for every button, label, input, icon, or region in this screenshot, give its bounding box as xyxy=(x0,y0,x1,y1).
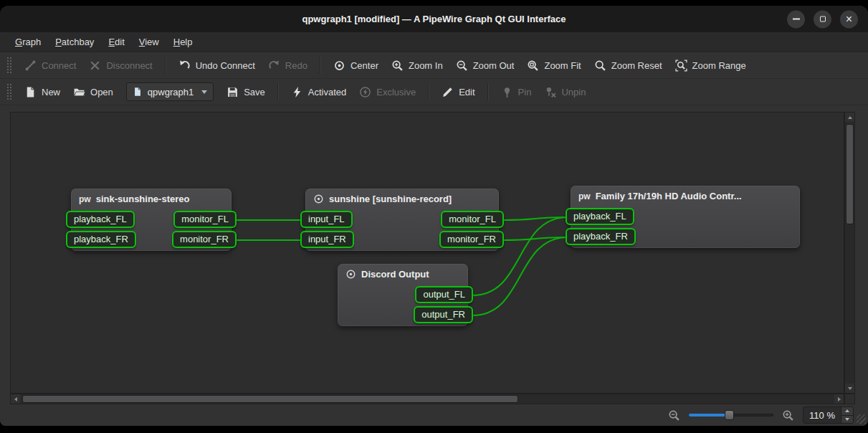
unpin-button[interactable]: Unpin xyxy=(538,82,591,102)
zoom-value[interactable]: 110 % xyxy=(803,407,841,423)
open-button[interactable]: Open xyxy=(67,82,119,102)
port-input-fl[interactable]: input_FL xyxy=(300,211,353,228)
node-sunshine-record[interactable]: sunshine [sunshine-record] input_FL moni… xyxy=(305,189,499,251)
graph-toolbar: Connect Disconnect Undo Connect Redo xyxy=(0,52,868,79)
central-area: pw sink-sunshine-stereo playback_FL moni… xyxy=(0,111,868,426)
zoom-slider-handle[interactable] xyxy=(725,410,734,420)
new-document-icon xyxy=(24,86,37,98)
save-button[interactable]: Save xyxy=(221,82,271,102)
zoom-out-button[interactable]: Zoom Out xyxy=(450,56,520,75)
open-label: Open xyxy=(90,87,113,97)
undo-connect-label: Undo Connect xyxy=(196,60,255,71)
disconnect-button[interactable]: Disconnect xyxy=(83,56,158,75)
node-header: pw sink-sunshine-stereo xyxy=(71,189,232,208)
vertical-scrollbar[interactable] xyxy=(844,112,855,394)
scroll-down-button[interactable] xyxy=(845,384,854,393)
zoom-in-icon xyxy=(391,60,404,72)
node-family-hd-audio[interactable]: pw Family 17h/19h HD Audio Contr... play… xyxy=(571,186,800,248)
pipewire-icon: pw xyxy=(578,191,591,201)
scrollbar-corner xyxy=(844,394,855,404)
zoom-slider-fill xyxy=(689,414,729,417)
toolbar-drag-handle[interactable] xyxy=(7,57,11,73)
connect-button[interactable]: Connect xyxy=(19,56,82,75)
close-button[interactable]: × xyxy=(840,10,858,28)
spin-down-button[interactable] xyxy=(841,416,853,424)
menu-graph[interactable]: Graph xyxy=(9,34,47,49)
pin-label: Pin xyxy=(518,87,532,97)
port-monitor-fr[interactable]: monitor_FR xyxy=(172,231,237,248)
node-sink-sunshine-stereo[interactable]: pw sink-sunshine-stereo playback_FL moni… xyxy=(71,189,232,251)
toolbar-drag-handle[interactable] xyxy=(7,84,11,100)
minimize-button[interactable] xyxy=(787,10,805,28)
menu-view[interactable]: View xyxy=(133,34,166,49)
center-icon xyxy=(333,60,345,72)
window-resize-grip[interactable] xyxy=(857,414,866,424)
port-input-fr[interactable]: input_FR xyxy=(300,231,354,248)
app-window: qpwgraph1 [modified] — A PipeWire Graph … xyxy=(0,6,868,426)
scroll-up-button[interactable] xyxy=(845,113,854,122)
pipewire-icon: pw xyxy=(79,194,91,204)
maximize-button[interactable] xyxy=(814,10,831,28)
zoom-fit-button[interactable]: Zoom Fit xyxy=(521,56,586,75)
zoom-in-button[interactable]: Zoom In xyxy=(386,56,449,75)
new-button[interactable]: New xyxy=(19,82,66,102)
unpin-label: Unpin xyxy=(561,87,586,97)
redo-button[interactable]: Redo xyxy=(262,56,313,75)
undo-connect-button[interactable]: Undo Connect xyxy=(173,56,261,75)
exclusive-button[interactable]: Exclusive xyxy=(353,82,421,102)
activated-button[interactable]: Activated xyxy=(285,82,352,102)
zoom-reset-button[interactable]: Zoom Reset xyxy=(588,56,668,75)
menu-patchbay[interactable]: Patchbay xyxy=(49,34,100,49)
patchbay-profile-combo[interactable]: qpwgraph1 xyxy=(126,82,214,101)
port-output-fl[interactable]: output_FL xyxy=(415,286,473,303)
spin-up-button[interactable] xyxy=(841,407,853,416)
graph-canvas[interactable]: pw sink-sunshine-stereo playback_FL moni… xyxy=(10,112,844,394)
zoom-out-icon xyxy=(456,60,468,72)
horizontal-scrollbar-handle[interactable] xyxy=(22,395,518,403)
center-button[interactable]: Center xyxy=(328,56,384,75)
redo-icon xyxy=(268,60,280,72)
exclusive-icon xyxy=(359,86,371,98)
menu-edit[interactable]: Edit xyxy=(102,34,130,49)
zoom-spinbox[interactable]: 110 % xyxy=(803,406,854,424)
zoom-slider[interactable] xyxy=(689,410,773,420)
redo-label: Redo xyxy=(285,60,307,71)
menubar: Graph Patchbay Edit View Help xyxy=(0,32,868,52)
menu-help[interactable]: Help xyxy=(167,34,199,49)
zoom-in-icon xyxy=(782,409,794,422)
port-playback-fl[interactable]: playback_FL xyxy=(566,208,634,225)
pin-button[interactable]: Pin xyxy=(495,82,538,102)
port-playback-fl[interactable]: playback_FL xyxy=(66,211,135,228)
zoom-in-label: Zoom In xyxy=(409,60,443,71)
minimize-icon xyxy=(793,19,800,20)
toolbar-separator xyxy=(320,57,321,74)
port-playback-fr[interactable]: playback_FR xyxy=(566,228,636,245)
zoom-range-button[interactable]: Zoom Range xyxy=(669,56,752,75)
node-title: sunshine [sunshine-record] xyxy=(329,194,452,204)
horizontal-scrollbar[interactable] xyxy=(10,394,844,404)
port-output-fr[interactable]: output_FR xyxy=(414,306,473,323)
port-monitor-fl[interactable]: monitor_FL xyxy=(441,211,504,228)
port-playback-fr[interactable]: playback_FR xyxy=(66,231,136,248)
new-label: New xyxy=(42,87,60,97)
vertical-scrollbar-handle[interactable] xyxy=(846,124,854,224)
connect-icon xyxy=(24,60,37,72)
node-title: sink-sunshine-stereo xyxy=(96,194,190,204)
window-controls: × xyxy=(787,10,858,28)
toolbar-separator xyxy=(165,57,166,74)
spin-buttons xyxy=(841,407,853,423)
node-discord-output[interactable]: Discord Output output_FL output_FR xyxy=(338,264,468,326)
port-monitor-fr[interactable]: monitor_FR xyxy=(439,231,504,248)
zoom-reset-label: Zoom Reset xyxy=(611,60,662,71)
scroll-left-button[interactable] xyxy=(11,394,20,404)
scroll-right-button[interactable] xyxy=(834,394,844,404)
port-monitor-fl[interactable]: monitor_FL xyxy=(173,211,237,228)
node-title: Discord Output xyxy=(361,269,429,280)
window-title: qpwgraph1 [modified] — A PipeWire Graph … xyxy=(302,14,566,24)
edit-pencil-icon xyxy=(442,86,454,98)
application-icon xyxy=(313,194,324,204)
open-folder-icon xyxy=(73,86,85,98)
titlebar[interactable]: qpwgraph1 [modified] — A PipeWire Graph … xyxy=(0,6,868,32)
node-title: Family 17h/19h HD Audio Contr... xyxy=(596,191,742,201)
edit-button[interactable]: Edit xyxy=(436,82,480,102)
